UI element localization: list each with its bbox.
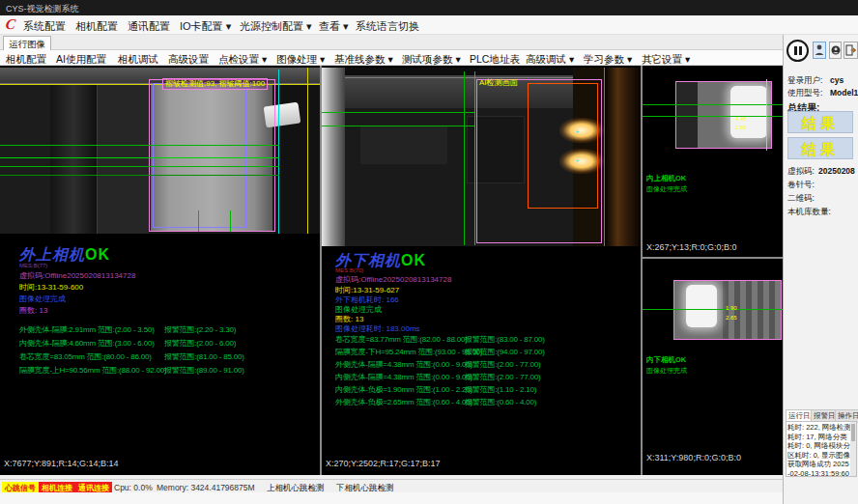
ai-view-label: AI检测画面 — [479, 77, 518, 88]
log-panel: 耗时: 222, 网络检测耗时: 17, 网络分类耗时: 0, 网络模块分区耗时… — [786, 421, 857, 477]
window-titlebar: CYS-视觉检测系统 — [0, 0, 858, 15]
menu-item-comm-config[interactable]: 通讯配置 — [128, 19, 170, 34]
turns-line: 圈数: 13 — [19, 305, 47, 316]
reel-number-label: 卷针号: — [787, 180, 815, 191]
tool-plc-address[interactable]: PLC地址表 — [470, 53, 520, 67]
tool-other-settings[interactable]: 其它设置 ▾ — [642, 53, 690, 67]
log-text: 耗时: 222, 网络检测耗时: 17, 网络分类耗时: 0, 网络模块分区耗时… — [787, 423, 851, 477]
machine-column-mid — [97, 85, 149, 234]
bright-part-blob — [686, 285, 717, 327]
camera-status-ok: OK — [85, 246, 110, 263]
memory-usage: Memory: 3424.41796875M — [157, 483, 255, 492]
menu-item-language-switch[interactable]: 系统语言切换 — [356, 19, 419, 34]
result-badge-upper: 结果 — [787, 111, 853, 133]
menu-item-view[interactable]: 查看 ▾ — [319, 19, 349, 34]
menu-item-camera-config[interactable]: 相机配置 — [75, 19, 118, 34]
right-panel: 登录用户: cys 使用型号: Model1 总结果: 结果 结果 虚拟码: 2… — [783, 35, 858, 504]
overlay-roi-rect-purple — [153, 83, 246, 228]
overlay-green-line — [0, 166, 279, 167]
camera-view-outer-upper[interactable]: 褶皱检测值:93, 褶皱阈值:100 外上相机OK MES:B(77) 虚拟码:… — [0, 66, 320, 475]
measurement-value: 内侧壳体-隔膜=4.38mm 范围:(0.00 - 9.00) — [335, 372, 472, 382]
machine-column-left — [50, 85, 97, 234]
pause-button[interactable] — [786, 40, 809, 62]
camera-image-inner-upper — [675, 81, 772, 149]
machine-silver-column — [322, 68, 345, 246]
overlay-yellow-line — [766, 79, 767, 151]
camera-view-inner-lower[interactable]: 1.90 2.65 内下相机OK 图像处理完成 X:311;Y:980;R:0;… — [643, 259, 783, 475]
process-time-line: 图像处理耗时: 183.00ms — [335, 323, 420, 334]
overlay-green-line-vertical — [464, 71, 465, 245]
tool-image-processing[interactable]: 图像处理 ▾ — [276, 53, 325, 67]
tool-camera-config[interactable]: 相机配置 — [6, 53, 46, 67]
tool-baseline-params[interactable]: 基准线参数 ▾ — [334, 53, 393, 67]
camera-view-outer-lower[interactable]: + + AI检测画面 外下相机OK MES:B(70) 虚拟码:Offline2… — [322, 66, 641, 475]
camera-view-inner-upper[interactable]: 4.48 2.65 内上相机OK 图像处理完成 X:267;Y:13;R:0;G… — [643, 66, 783, 257]
result-badge-lower: 结果 — [787, 137, 853, 159]
menu-bar: C 系统配置 相机配置 通讯配置 IO卡配置 ▾ 光源控制配置 ▾ 查看 ▾ 系… — [0, 15, 858, 35]
measurement-value: 内侧壳体-隔膜:4.60mm 范围:(3.00 - 6.00) — [19, 338, 155, 349]
measurement-value: 外侧壳体-隔膜=4.38mm 范围:(0.00 - 9.00) — [335, 359, 472, 370]
camera-views-container: 褶皱检测值:93, 褶皱阈值:100 外上相机OK MES:B(77) 虚拟码:… — [0, 66, 783, 475]
status-bar: 心跳信号 相机连接 通讯连接 Cpu: 0.0% Memory: 3424.41… — [0, 479, 783, 492]
camera-status-ok: OK — [401, 252, 426, 268]
log-scrollbar[interactable] — [850, 422, 856, 476]
camera-result-line: 内上相机OK — [646, 174, 686, 183]
alarm-range: 报警范围:(83.00 - 87.00) — [465, 334, 545, 345]
virtual-code-line: 虚拟码:Offline2025020813134728 — [19, 270, 135, 281]
alarm-range: 报警范围:(1.10 - 2.10) — [465, 384, 536, 395]
bottom-filler — [0, 492, 783, 504]
account-button[interactable] — [829, 42, 842, 59]
overlay-green-line — [643, 104, 783, 105]
exit-button[interactable] — [844, 42, 858, 59]
tool-camera-debug[interactable]: 相机调试 — [118, 53, 158, 67]
measure-mark: 4.48 — [735, 116, 747, 122]
user-login-button[interactable] — [813, 42, 826, 59]
pixel-coordinates: X:270;Y:2502;R:17;G:17;B:17 — [326, 459, 441, 468]
window-title: CYS-视觉检测系统 — [6, 3, 79, 15]
user-icon — [815, 44, 824, 56]
cyan-marker-icon: + — [575, 156, 580, 165]
tool-ai-config[interactable]: AI使用配置 — [56, 53, 106, 67]
measurement-value: 隔膜宽度-上H=90.56mm 范围:(88.00 - 92.00) — [19, 365, 167, 376]
menu-item-system-config[interactable]: 系统配置 — [23, 19, 66, 34]
scrollbar-thumb[interactable] — [851, 424, 855, 441]
overlay-green-line — [322, 112, 474, 113]
measure-mark: 1.90 — [726, 305, 737, 311]
overlay-green-line — [0, 145, 279, 146]
cyan-marker-icon: + — [575, 127, 580, 136]
camera-result-line: 内下相机OK — [646, 355, 686, 365]
library-count-label: 本机库数量: — [787, 207, 831, 218]
tool-learning-params[interactable]: 学习参数 ▾ — [584, 53, 632, 67]
measurement-value: 外侧壳体-隔膜:2.91mm 范围:(2.00 - 3.50) — [19, 324, 155, 335]
overlay-green-tick — [198, 210, 199, 232]
measure-mark: 2.65 — [726, 315, 737, 321]
machine-edge-highlight — [345, 77, 573, 78]
tool-advanced-debug[interactable]: 高级调试 ▾ — [526, 53, 574, 67]
virtual-code-line: 虚拟码:Offline2025020813134728 — [335, 274, 451, 285]
mes-line: MES:B(77) — [19, 263, 47, 268]
overlay-cyan-line — [278, 70, 279, 234]
tab-run-image[interactable]: 运行图像 — [3, 36, 51, 50]
alarm-range: 报警范围:(2.20 - 3.30) — [164, 324, 236, 335]
measurement-value: 隔膜宽度-下H=95.24mm 范围:(93.00 - 98.00) — [335, 347, 483, 357]
copper-column — [604, 68, 641, 246]
alarm-range: 报警范围:(94.00 - 97.00) — [465, 347, 545, 357]
alarm-range: 报警范围:(81.00 - 85.00) — [164, 351, 244, 362]
pixel-coordinates: X:311;Y:980;R:0;G:0;B:0 — [646, 453, 741, 462]
wrinkle-threshold-label: 褶皱检测值:93, 褶皱阈值:100 — [162, 78, 268, 90]
tool-advanced-settings[interactable]: 高级设置 — [168, 53, 209, 67]
process-done-line: 图像处理完成 — [646, 366, 687, 376]
menu-item-io-config[interactable]: IO卡配置 ▾ — [180, 19, 231, 34]
overlay-green-line — [322, 126, 474, 126]
mes-line: MES:B(70) — [335, 267, 363, 273]
machine-block — [360, 126, 447, 164]
login-user-value: cys — [830, 75, 844, 85]
menu-item-light-config[interactable]: 光源控制配置 ▾ — [240, 19, 312, 34]
exit-door-icon — [845, 44, 857, 56]
overlay-green-line — [643, 116, 783, 117]
tool-spot-check[interactable]: 点检设置 ▾ — [218, 53, 267, 67]
toolbar: 相机配置 AI使用配置 相机调试 高级设置 点检设置 ▾ 图像处理 ▾ 基准线参… — [0, 50, 783, 66]
tool-test-params[interactable]: 测试项参数 ▾ — [402, 53, 461, 67]
measure-mark: 2.65 — [735, 125, 747, 130]
measurement-value: 外侧壳体-负极=2.65mm 范围:(0.60 - 4.00) — [335, 397, 472, 407]
